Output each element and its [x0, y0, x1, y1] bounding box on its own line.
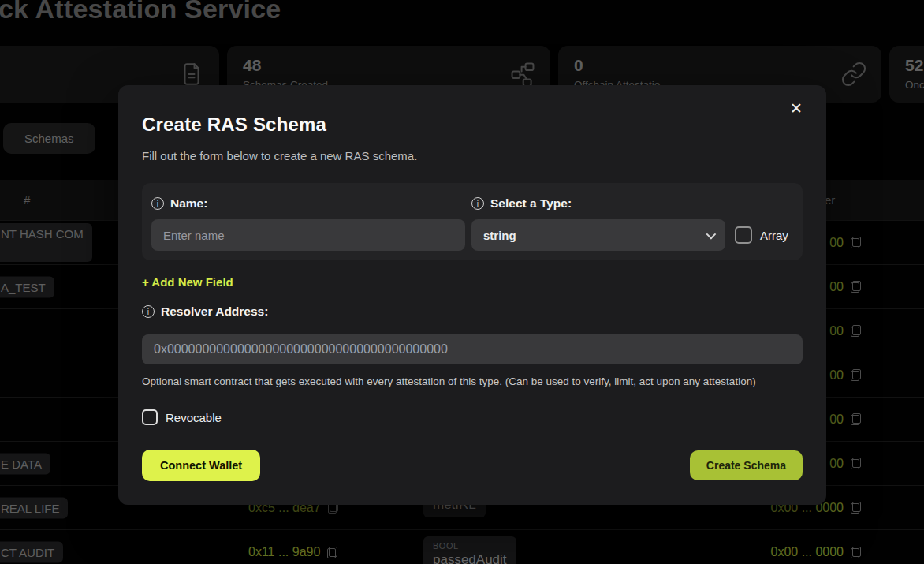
- resolver-label-row: i Resolver Address:: [142, 303, 803, 319]
- app-root: ck Attestation Service 48 Schemas Create…: [0, 0, 924, 564]
- resolver-address-input[interactable]: [142, 334, 803, 364]
- name-input[interactable]: [151, 219, 465, 251]
- resolver-help-text: Optional smart contract that gets execut…: [142, 374, 765, 390]
- type-select[interactable]: string: [471, 219, 725, 251]
- close-icon[interactable]: ✕: [790, 101, 803, 116]
- name-label-row: i Name:: [151, 195, 465, 211]
- create-schema-button[interactable]: Create Schema: [690, 450, 803, 480]
- type-label: Select a Type:: [490, 196, 572, 211]
- name-label: Name:: [170, 196, 207, 211]
- array-label: Array: [760, 229, 788, 242]
- type-select-value: string: [483, 229, 516, 242]
- connect-wallet-button[interactable]: Connect Wallet: [142, 450, 260, 481]
- info-icon[interactable]: i: [142, 305, 155, 318]
- type-label-row: i Select a Type:: [471, 195, 793, 211]
- array-checkbox[interactable]: [735, 226, 752, 244]
- revocable-checkbox[interactable]: [142, 409, 158, 425]
- field-definition-card: i Name: i Select a Type: string: [142, 183, 803, 260]
- create-schema-modal: ✕ Create RAS Schema Fill out the form be…: [118, 85, 826, 505]
- chevron-down-icon: [706, 229, 717, 239]
- revocable-label: Revocable: [166, 411, 222, 424]
- info-icon[interactable]: i: [151, 197, 164, 210]
- resolver-label: Resolver Address:: [161, 304, 268, 319]
- modal-subtitle: Fill out the form below to create a new …: [142, 149, 803, 162]
- add-new-field-button[interactable]: + Add New Field: [142, 275, 233, 289]
- info-icon[interactable]: i: [471, 197, 484, 210]
- modal-title: Create RAS Schema: [142, 114, 803, 136]
